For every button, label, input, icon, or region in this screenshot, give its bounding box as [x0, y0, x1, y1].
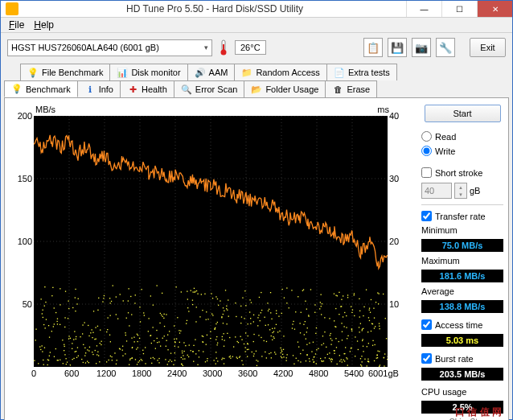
svg-rect-363 — [92, 332, 93, 333]
transfer-rate-check[interactable] — [421, 211, 432, 221]
svg-rect-212 — [222, 339, 223, 340]
tab-erase[interactable]: 🗑Erase — [325, 80, 377, 97]
svg-rect-526 — [302, 290, 303, 291]
tab-extra-tests[interactable]: 📄Extra tests — [326, 64, 397, 80]
svg-rect-40 — [72, 307, 73, 308]
svg-rect-586 — [158, 358, 159, 359]
maximum-value: 181.6 MB/s — [421, 270, 503, 282]
options-button[interactable]: 🔧 — [436, 38, 455, 57]
chevron-down-icon: ▼ — [455, 191, 466, 198]
burst-rate-value: 203.5 MB/s — [421, 368, 503, 381]
tab-benchmark[interactable]: 💡Benchmark — [4, 80, 78, 97]
start-button[interactable]: Start — [425, 105, 501, 122]
svg-rect-97 — [265, 352, 265, 352]
svg-rect-144 — [253, 334, 254, 335]
svg-rect-690 — [76, 357, 77, 358]
svg-rect-123 — [303, 289, 304, 290]
screenshot-button[interactable]: 📷 — [412, 38, 431, 57]
access-time-check[interactable] — [421, 319, 432, 330]
svg-rect-652 — [96, 339, 96, 340]
tab-random-access[interactable]: 📁Random Access — [234, 64, 326, 80]
svg-rect-209 — [301, 312, 302, 313]
tab-info[interactable]: ℹInfo — [77, 80, 121, 97]
svg-rect-485 — [258, 335, 259, 336]
svg-rect-462 — [286, 303, 287, 303]
svg-rect-651 — [320, 358, 321, 359]
svg-rect-197 — [187, 307, 188, 308]
svg-rect-207 — [113, 285, 113, 286]
svg-rect-616 — [261, 310, 262, 311]
exit-button[interactable]: Exit — [470, 38, 506, 57]
svg-rect-208 — [280, 348, 281, 348]
svg-rect-629 — [354, 293, 355, 294]
svg-rect-248 — [298, 296, 298, 297]
read-radio[interactable] — [421, 131, 432, 142]
burst-rate-check[interactable] — [421, 353, 432, 364]
svg-rect-358 — [341, 323, 342, 323]
svg-rect-438 — [274, 327, 275, 328]
close-button[interactable]: ✕ — [477, 1, 512, 17]
svg-rect-602 — [203, 336, 203, 337]
short-stroke-check[interactable] — [421, 167, 432, 178]
svg-rect-391 — [374, 318, 375, 319]
svg-rect-237 — [371, 331, 371, 331]
benchmark-panel: MB/s ms 200 150 100 50 40 30 20 10 0 600… — [4, 97, 509, 420]
copy-info-button[interactable]: 📋 — [363, 38, 383, 57]
tab-health[interactable]: ✚Health — [120, 80, 174, 97]
svg-rect-531 — [60, 288, 60, 289]
tab-aam[interactable]: 🔊AAM — [187, 64, 236, 80]
svg-rect-621 — [330, 333, 331, 334]
svg-rect-447 — [195, 321, 196, 322]
svg-rect-182 — [229, 356, 230, 357]
svg-rect-196 — [84, 348, 85, 348]
drive-select[interactable]: HGST HUS726060ALA640 (6001 gB) ▾ — [7, 39, 212, 56]
save-button[interactable]: 💾 — [388, 38, 407, 57]
svg-rect-30 — [109, 298, 110, 299]
x-tick: 1800 — [132, 369, 151, 378]
svg-rect-60 — [97, 326, 98, 327]
svg-rect-87 — [289, 307, 289, 308]
svg-rect-59 — [321, 314, 322, 315]
svg-rect-488 — [160, 313, 161, 314]
svg-rect-396 — [193, 361, 194, 362]
svg-rect-236 — [319, 308, 320, 309]
menu-help[interactable]: Help — [29, 18, 59, 32]
svg-rect-512 — [52, 287, 53, 288]
svg-rect-633 — [35, 340, 36, 340]
svg-rect-657 — [283, 336, 284, 336]
chart-svg — [34, 116, 388, 367]
minimize-button[interactable]: — — [406, 1, 441, 17]
menu-file[interactable]: File — [4, 18, 29, 32]
tab-disk-monitor[interactable]: 📊Disk monitor — [109, 64, 187, 80]
svg-rect-312 — [347, 358, 347, 359]
tab-file-benchmark[interactable]: 💡File Benchmark — [20, 64, 110, 80]
svg-rect-666 — [337, 364, 338, 364]
maximize-button[interactable]: ☐ — [441, 1, 477, 17]
svg-rect-68 — [379, 326, 380, 327]
svg-rect-28 — [100, 330, 101, 331]
svg-rect-575 — [286, 357, 287, 358]
svg-rect-476 — [372, 323, 373, 324]
svg-rect-553 — [224, 333, 224, 334]
menubar: File Help — [1, 17, 512, 33]
svg-rect-615 — [305, 301, 306, 302]
svg-rect-200 — [101, 344, 101, 345]
svg-rect-338 — [343, 295, 343, 296]
svg-rect-330 — [228, 299, 228, 300]
short-stroke-spinner[interactable]: ▲▼ — [454, 183, 467, 199]
svg-rect-305 — [64, 327, 65, 327]
tab-error-scan[interactable]: 🔍Error Scan — [174, 80, 245, 97]
svg-rect-668 — [342, 331, 343, 332]
svg-rect-265 — [45, 327, 46, 328]
svg-rect-416 — [339, 314, 339, 315]
write-radio[interactable] — [421, 146, 432, 156]
tab-folder-usage[interactable]: 📂Folder Usage — [244, 80, 326, 97]
x-tick: 4800 — [309, 369, 328, 378]
svg-rect-383 — [88, 325, 88, 326]
svg-rect-204 — [364, 359, 365, 360]
svg-rect-529 — [339, 355, 340, 356]
svg-rect-25 — [273, 331, 274, 332]
short-stroke-value[interactable]: 40 — [421, 183, 452, 199]
svg-rect-67 — [92, 354, 93, 355]
svg-rect-504 — [316, 349, 317, 350]
